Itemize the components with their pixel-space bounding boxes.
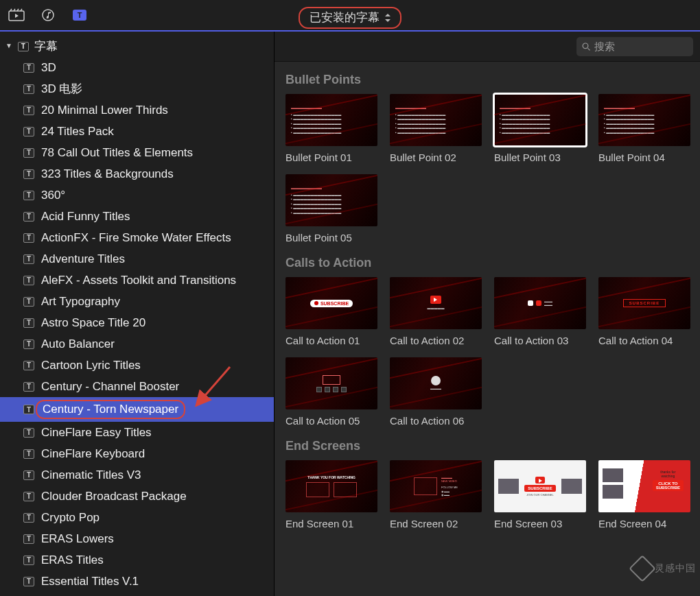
preset-label: Bullet Point 04: [598, 152, 690, 163]
titles-category-icon: T: [23, 212, 34, 222]
preset-card[interactable]: ▬▬▬▬▬▬▬▬▬▪ ▬▬▬▬▬▬▬▬▬▬▬▬▬▬▪ ▬▬▬▬▬▬▬▬▬▬▬▬▬…: [390, 94, 482, 163]
preset-thumbnail[interactable]: THANK YOU FOR WATCHING: [285, 460, 377, 512]
sidebar-item[interactable]: TAleFX - Assets Toolkit and Transitions: [0, 270, 274, 291]
sidebar-item[interactable]: TAstro Space Title 20: [0, 312, 274, 333]
titles-folder-icon: T: [18, 42, 29, 51]
preset-thumbnail[interactable]: SUBSCRIBEJOIN OUR CHANNEL: [494, 460, 586, 512]
sidebar-item[interactable]: TCentury - Torn Newspaper: [0, 397, 274, 422]
search-box[interactable]: [576, 37, 693, 56]
disclosure-triangle-icon[interactable]: ▼: [5, 42, 12, 49]
preset-label: Bullet Point 01: [285, 152, 377, 163]
sidebar-item[interactable]: TAdventure Titles: [0, 248, 274, 270]
sidebar-item[interactable]: T24 Titles Pack: [0, 121, 274, 142]
titles-category-icon: T: [23, 513, 34, 523]
preset-card[interactable]: Call to Action 05: [285, 357, 377, 427]
sidebar-item[interactable]: TCineFlare Keyboard: [0, 443, 274, 464]
sidebar-item-label: Auto Balancer: [41, 336, 115, 352]
sidebar-item-label: Crypto Pop: [41, 510, 100, 525]
sidebar-item-label: 78 Call Out Titles & Elements: [41, 145, 193, 160]
sidebar-item[interactable]: TCineFlare Easy Titles: [0, 422, 274, 443]
installed-titles-dropdown[interactable]: 已安装的字幕: [299, 7, 401, 29]
sidebar-item[interactable]: TActionFX - Fire Smoke Water Effects: [0, 227, 274, 248]
svg-line-10: [587, 48, 590, 50]
preset-card[interactable]: THANK YOU FOR WATCHINGEnd Screen 01: [285, 460, 377, 529]
sidebar-item[interactable]: TArt Typography: [0, 291, 274, 312]
preset-label: Bullet Point 05: [285, 232, 377, 243]
preset-thumbnail[interactable]: SUBSCRIBE: [598, 277, 690, 329]
preset-thumbnail[interactable]: ▬▬▬▬▬▬▬▬▬▪ ▬▬▬▬▬▬▬▬▬▬▬▬▬▬▪ ▬▬▬▬▬▬▬▬▬▬▬▬▬…: [390, 94, 482, 146]
sidebar-item-label: ActionFX - Fire Smoke Water Effects: [41, 230, 231, 246]
preset-card[interactable]: ▬▬▬▬▬▬Call to Action 03: [494, 277, 586, 346]
preset-thumbnail[interactable]: SUBSCRIBE: [285, 277, 377, 329]
preset-card[interactable]: ▬▬▬▬Call to Action 06: [390, 357, 482, 427]
category-sidebar[interactable]: ▼ T 字幕 T3DT3D 电影T20 Minimal Lower Thirds…: [0, 32, 275, 596]
sidebar-item[interactable]: TAcid Funny Titles: [0, 206, 274, 227]
sidebar-item[interactable]: T3D: [0, 57, 274, 78]
preset-thumbnail[interactable]: ▬▬▬▬▬▬: [494, 277, 586, 329]
sidebar-item[interactable]: TCartoon Lyric Titles: [0, 355, 274, 376]
sidebar-item-label: AleFX - Assets Toolkit and Transitions: [41, 272, 236, 288]
sidebar-item[interactable]: TClouder Broadcast Package: [0, 486, 274, 507]
preset-section: Bullet Points▬▬▬▬▬▬▬▬▬▪ ▬▬▬▬▬▬▬▬▬▬▬▬▬▬▪ …: [285, 73, 689, 243]
preset-thumbnail[interactable]: ▬▬▬▬▬▬▬▬▬▪ ▬▬▬▬▬▬▬▬▬▬▬▬▬▬▪ ▬▬▬▬▬▬▬▬▬▬▬▬▬…: [598, 94, 690, 146]
presets-scroll-area[interactable]: Bullet Points▬▬▬▬▬▬▬▬▬▪ ▬▬▬▬▬▬▬▬▬▬▬▬▬▬▪ …: [275, 62, 700, 553]
preset-card[interactable]: ▬▬▬▬▬▬▬▬▬▪ ▬▬▬▬▬▬▬▬▬▬▬▬▬▬▪ ▬▬▬▬▬▬▬▬▬▬▬▬▬…: [598, 94, 690, 163]
titles-category-icon: T: [23, 297, 34, 307]
media-browser-icon[interactable]: [8, 8, 25, 23]
preset-thumbnail[interactable]: ▬▬▬▬▬▬▬▬▬▪ ▬▬▬▬▬▬▬▬▬▬▬▬▬▬▪ ▬▬▬▬▬▬▬▬▬▬▬▬▬…: [285, 94, 377, 146]
preset-card[interactable]: ▬▬▬▬▬▬▬▬▬▪ ▬▬▬▬▬▬▬▬▬▬▬▬▬▬▪ ▬▬▬▬▬▬▬▬▬▬▬▬▬…: [494, 94, 586, 163]
preset-card[interactable]: ▬▬▬▬NEW VIDEOFOLLOW ME◉ ▬▬◉ ▬▬End Screen…: [390, 460, 482, 529]
search-input[interactable]: [594, 40, 688, 52]
sidebar-root-label: 字幕: [34, 38, 58, 54]
preset-thumbnail[interactable]: ▬▬▬▬▬▬▬▬▬▪ ▬▬▬▬▬▬▬▬▬▬▬▬▬▬▪ ▬▬▬▬▬▬▬▬▬▬▬▬▬…: [285, 174, 377, 226]
sidebar-item-label: Century - Channel Booster: [41, 379, 179, 394]
preset-card[interactable]: SUBSCRIBEJOIN OUR CHANNELEnd Screen 03: [494, 460, 586, 529]
sidebar-item-label: Clouder Broadcast Package: [41, 488, 187, 504]
sidebar-item-label: ERAS Titles: [41, 552, 104, 568]
sidebar-item-label: Cinematic Titles V3: [41, 467, 141, 483]
titles-category-icon: T: [23, 148, 34, 158]
sidebar-item[interactable]: TCrypto Pop: [0, 507, 274, 528]
search-icon: [582, 42, 590, 51]
preset-card[interactable]: ▬▬▬▬▬Call to Action 02: [390, 277, 482, 346]
preset-card[interactable]: SUBSCRIBECall to Action 01: [285, 277, 377, 346]
preset-thumbnail[interactable]: ▬▬▬▬: [390, 357, 482, 409]
sidebar-item[interactable]: T3D 电影: [0, 78, 274, 99]
titles-category-icon: T: [23, 84, 34, 94]
titles-browser-icon[interactable]: T: [71, 8, 88, 23]
preset-card[interactable]: thanks forwatchingCLICK TOSUBSCRIBEEnd S…: [598, 460, 690, 529]
sidebar-item[interactable]: TCinematic Titles V3: [0, 464, 274, 486]
sidebar-item-label: Century - Torn Newspaper: [36, 400, 185, 419]
sidebar-item[interactable]: T323 Titles & Backgrounds: [0, 163, 274, 184]
sidebar-item-label: Art Typography: [41, 294, 120, 309]
preset-card[interactable]: ▬▬▬▬▬▬▬▬▬▪ ▬▬▬▬▬▬▬▬▬▬▬▬▬▬▪ ▬▬▬▬▬▬▬▬▬▬▬▬▬…: [285, 94, 377, 163]
sidebar-item[interactable]: TCentury - Channel Booster: [0, 376, 274, 397]
sidebar-item-label: ERAS Lowers: [41, 531, 114, 547]
preset-label: Bullet Point 02: [390, 152, 482, 163]
preset-card[interactable]: ▬▬▬▬▬▬▬▬▬▪ ▬▬▬▬▬▬▬▬▬▬▬▬▬▬▪ ▬▬▬▬▬▬▬▬▬▬▬▬▬…: [285, 174, 377, 243]
sidebar-item[interactable]: T360°: [0, 184, 274, 206]
titles-category-icon: T: [23, 254, 34, 264]
sidebar-item[interactable]: TERAS Titles: [0, 549, 274, 571]
svg-point-9: [583, 43, 588, 48]
preset-thumbnail[interactable]: thanks forwatchingCLICK TOSUBSCRIBE: [598, 460, 690, 512]
preset-thumbnail[interactable]: [285, 357, 377, 409]
sidebar-item-label: Cartoon Lyric Titles: [41, 357, 141, 373]
preset-thumbnail[interactable]: ▬▬▬▬▬▬▬▬▬▪ ▬▬▬▬▬▬▬▬▬▬▬▬▬▬▪ ▬▬▬▬▬▬▬▬▬▬▬▬▬…: [494, 94, 586, 146]
preset-label: End Screen 04: [598, 518, 690, 529]
sidebar-item[interactable]: TEssential Titles V.1: [0, 571, 274, 592]
preset-thumbnail[interactable]: ▬▬▬▬▬: [390, 277, 482, 329]
preset-card[interactable]: SUBSCRIBECall to Action 04: [598, 277, 690, 346]
titles-category-icon: T: [23, 428, 34, 438]
titles-category-icon: T: [23, 382, 34, 392]
sidebar-item[interactable]: TERAS Lowers: [0, 528, 274, 549]
audio-browser-icon[interactable]: [40, 8, 56, 23]
sidebar-root[interactable]: ▼ T 字幕: [0, 36, 274, 57]
preset-section: End ScreensTHANK YOU FOR WATCHINGEnd Scr…: [285, 439, 689, 529]
sidebar-item[interactable]: T20 Minimal Lower Thirds: [0, 99, 274, 121]
sidebar-item-label: 360°: [41, 187, 65, 203]
sidebar-item[interactable]: T78 Call Out Titles & Elements: [0, 142, 274, 163]
preset-grid: SUBSCRIBECall to Action 01▬▬▬▬▬Call to A…: [285, 277, 689, 427]
sidebar-item[interactable]: TAuto Balancer: [0, 333, 274, 355]
preset-thumbnail[interactable]: ▬▬▬▬NEW VIDEOFOLLOW ME◉ ▬▬◉ ▬▬: [390, 460, 482, 512]
